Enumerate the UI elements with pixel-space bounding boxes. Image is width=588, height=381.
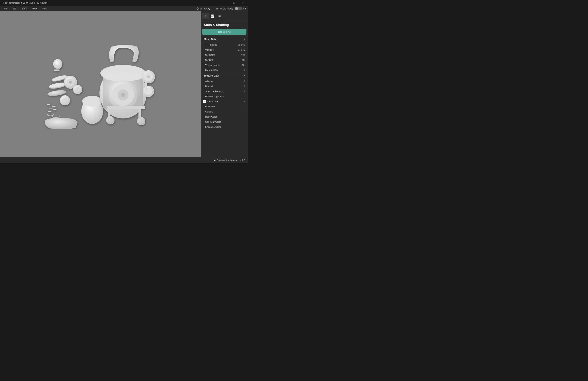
svg-point-10: [69, 81, 72, 84]
3d-viewport[interactable]: [0, 11, 201, 157]
mesh-data-section: Mesh Data ∨ Triangles 38,863 Vertices 37…: [201, 36, 248, 73]
svg-rect-44: [138, 108, 141, 122]
svg-rect-19: [48, 111, 51, 112]
menu-tools[interactable]: Tools: [20, 6, 29, 11]
grid-tool-button[interactable]: ⊞: [216, 13, 223, 19]
stats-shading-title: Stats & Shading: [201, 21, 248, 28]
table-row[interactable]: Occlusion 1: [201, 99, 248, 104]
table-row[interactable]: Base Color: [201, 114, 248, 119]
table-row: UV Set 0 Yes: [201, 52, 248, 57]
svg-rect-17: [49, 108, 53, 108]
svg-rect-18: [53, 109, 56, 110]
texture-data-chevron: ∨: [243, 74, 245, 77]
svg-point-32: [121, 93, 125, 97]
table-row[interactable]: Opacity: [201, 109, 248, 114]
bottom-bar: ▶ Quick Animations ∧ × 1.0: [0, 157, 248, 163]
3d-model-svg: [32, 39, 168, 129]
menu-items: File Edit Tools View Help: [1, 6, 49, 11]
menu-view[interactable]: View: [30, 6, 40, 11]
maximize-button[interactable]: □: [230, 0, 238, 6]
mixed-reality-toggle[interactable]: [235, 7, 242, 10]
separator: [213, 7, 213, 10]
table-row: Vertices 37,872: [201, 47, 248, 52]
table-row[interactable]: Specular Color: [201, 119, 248, 124]
chart-tool-button[interactable]: 📈: [209, 13, 216, 19]
svg-rect-16: [52, 106, 56, 107]
svg-rect-45: [107, 106, 145, 109]
table-row: Material IDs 1: [201, 67, 248, 73]
svg-point-12: [75, 87, 80, 92]
deselect-all-button[interactable]: Deselect All: [202, 29, 247, 35]
library-button[interactable]: ⬡ 3D library: [197, 7, 210, 10]
texture-data-header[interactable]: Texture Data ∨: [201, 73, 248, 79]
table-row[interactable]: Normal 1: [201, 84, 248, 89]
menu-file[interactable]: File: [1, 6, 10, 11]
svg-rect-38: [145, 80, 147, 90]
library-icon: ⬡: [197, 7, 199, 10]
title-bar-left: ⬡ air_compressor_512_ORM.glb - 3D Viewer: [1, 1, 47, 4]
title-bar: ⬡ air_compressor_512_ORM.glb - 3D Viewer…: [0, 0, 248, 6]
quick-anim-chevron: ∧: [236, 159, 238, 161]
mesh-data-chevron: ∨: [243, 38, 245, 40]
panel-toolbar: ☀ 📈 ⊞: [201, 11, 248, 21]
mesh-data-header[interactable]: Mesh Data ∨: [201, 36, 248, 42]
menu-right: ⬡ 3D library ◎ Mixed reality Off: [197, 7, 247, 10]
triangles-checkbox-cell[interactable]: [202, 43, 207, 46]
menu-bar: File Edit Tools View Help ⬡ 3D library ◎…: [0, 6, 248, 11]
svg-point-35: [147, 75, 150, 78]
table-row[interactable]: Emissive Color: [201, 124, 248, 129]
close-button[interactable]: ✕: [238, 0, 247, 6]
svg-point-24: [82, 96, 102, 107]
svg-rect-2: [54, 69, 60, 71]
texture-data-section: Texture Data ∨ Albedo 1 Normal 1 Specula…: [201, 73, 248, 129]
minimize-button[interactable]: ─: [221, 0, 230, 6]
table-row[interactable]: Emissive 0: [201, 104, 248, 109]
table-row[interactable]: Triangles 38,863: [201, 42, 248, 47]
svg-point-21: [52, 116, 60, 118]
table-row[interactable]: Specular/Metallic 1: [201, 89, 248, 94]
occlusion-checkbox-cell[interactable]: [202, 100, 207, 103]
quick-animations-button[interactable]: ▶ Quick Animations ∧: [214, 159, 237, 162]
svg-point-0: [53, 59, 62, 69]
title-bar-controls: ─ □ ✕: [221, 0, 247, 6]
svg-point-28: [103, 72, 143, 81]
menu-edit[interactable]: Edit: [10, 6, 19, 11]
occlusion-checkbox[interactable]: [203, 100, 206, 103]
svg-rect-15: [47, 104, 50, 105]
mixed-reality-icon: ◎: [216, 7, 218, 10]
menu-help[interactable]: Help: [40, 6, 50, 11]
svg-rect-43: [108, 108, 110, 121]
table-row: Vertex Colors No: [201, 62, 248, 67]
zoom-level: × 1.0: [240, 159, 245, 161]
stats-tool-button[interactable]: ☀: [202, 13, 209, 19]
triangles-checkbox[interactable]: [203, 43, 206, 46]
quick-anim-icon: ▶: [214, 159, 216, 162]
svg-point-1: [54, 65, 57, 67]
model-container: [0, 11, 201, 157]
mixed-reality-control: ◎ Mixed reality Off: [216, 7, 247, 10]
svg-point-14: [62, 98, 68, 103]
window-title: air_compressor_512_ORM.glb - 3D Viewer: [5, 2, 47, 4]
table-row[interactable]: Gloss/Roughness: [201, 94, 248, 99]
app-icon: ⬡: [1, 1, 4, 4]
svg-point-20: [47, 114, 54, 116]
main-area: ☀ 📈 ⊞ Stats & Shading Deselect All Mesh …: [0, 11, 248, 157]
table-row[interactable]: Albedo 1: [201, 79, 248, 84]
side-panel: ☀ 📈 ⊞ Stats & Shading Deselect All Mesh …: [201, 11, 248, 157]
table-row: UV Set 1 No: [201, 57, 248, 62]
